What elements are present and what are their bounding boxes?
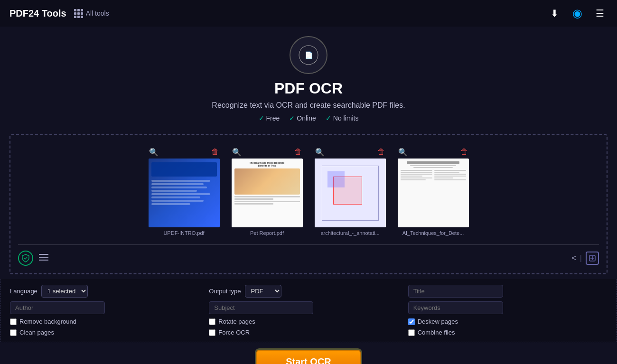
check-icon-online: ✓ [289,114,295,122]
rotate-pages-label: Rotate pages [218,318,255,325]
file-name: AI_Techniques_for_Dete... [402,230,464,236]
file-name: architectural_-_annotati... [320,230,379,236]
prev-button[interactable]: < [572,254,576,262]
output-type-group: Output type PDF PDF/A Word Text [209,285,408,298]
logo-svg: 📄 [297,43,320,67]
start-ocr-button[interactable]: Start OCR [256,350,361,364]
settings-row-4: Clean pages Force OCR Combine files [10,329,607,336]
toolbar-right: < | [572,252,599,265]
hero-badges: ✓ Free ✓ Online ✓ No limits [0,114,617,122]
delete-icon[interactable]: 🗑 [211,148,219,157]
check-icon-free: ✓ [259,114,264,122]
deskew-pages-input[interactable] [408,318,415,325]
hero-logo: 📄 [290,36,327,74]
subject-input[interactable] [209,301,313,314]
drop-zone[interactable]: 🔍 🗑 UPDF-INTRO [9,134,608,274]
output-type-select[interactable]: PDF PDF/A Word Text [245,285,281,298]
list-view-button[interactable] [39,253,48,263]
delete-icon[interactable]: 🗑 [460,148,468,157]
all-tools-label: All tools [86,9,109,17]
badge-free: ✓ Free [259,114,280,122]
settings-panel: Language 1 selected Output type PDF PDF/… [0,279,617,342]
app-header: PDF24 Tools All tools ⬇ ◉ ☰ [0,0,617,27]
separator: | [580,254,582,262]
rotate-pages-group: Rotate pages [209,318,408,325]
menu-icon[interactable]: ☰ [592,6,608,21]
svg-text:📄: 📄 [305,51,313,59]
file-actions: 🔍 🗑 [230,148,304,159]
add-icon [589,255,596,261]
clean-pages-label: Clean pages [19,329,54,336]
shield-icon [22,254,29,262]
remove-background-label: Remove background [19,318,76,325]
clean-pages-input[interactable] [10,329,17,336]
file-thumbnail: The Health and Mood-BoostingBenefits of … [232,159,303,227]
settings-row-1: Language 1 selected Output type PDF PDF/… [10,285,607,298]
dropzone-toolbar: < | [18,244,599,266]
language-group: Language 1 selected [10,285,209,298]
badge-no-limits: ✓ No limits [326,114,359,122]
all-tools-link[interactable]: All tools [74,9,109,18]
shield-button[interactable] [18,251,33,266]
rotate-pages-input[interactable] [209,318,215,325]
combine-files-input[interactable] [408,329,415,336]
file-item: 🔍 🗑 [396,148,470,236]
file-item: 🔍 🗑 UPDF-INTRO [147,148,221,236]
force-ocr-group: Force OCR [209,329,408,336]
main-area: 🔍 🗑 UPDF-INTRO [0,130,617,279]
list-icon [39,253,48,261]
author-input[interactable] [10,301,105,314]
file-actions: 🔍 🗑 [396,148,470,159]
delete-icon[interactable]: 🗑 [377,148,385,157]
add-file-button[interactable] [586,252,599,265]
remove-bg-group: Remove background [10,318,209,325]
face-icon[interactable]: ◉ [570,6,585,21]
force-ocr-input[interactable] [209,329,215,336]
remove-background-checkbox[interactable]: Remove background [10,318,76,325]
language-label: Language [10,288,37,295]
download-icon[interactable]: ⬇ [547,6,562,21]
start-btn-area: Start OCR [0,342,617,364]
force-ocr-checkbox[interactable]: Force OCR [209,329,250,336]
clean-pages-group: Clean pages [10,329,209,336]
app-title: PDF24 Tools [9,8,66,19]
hero-section: 📄 PDF OCR Recognize text via OCR and cre… [0,27,617,130]
grid-icon [74,9,83,18]
hero-subtitle: Recognize text via OCR and create search… [0,101,617,110]
page-title: PDF OCR [0,80,617,97]
combine-files-label: Combine files [418,329,455,336]
author-group [10,301,209,314]
force-ocr-label: Force OCR [218,329,250,336]
settings-row-3: Remove background Rotate pages Deskew pa… [10,318,607,325]
zoom-icon[interactable]: 🔍 [315,148,325,157]
file-item: 🔍 🗑 The Health and Mood-BoostingBenefits… [230,148,304,236]
remove-background-input[interactable] [10,318,17,325]
file-actions: 🔍 🗑 [147,148,221,159]
combine-files-group: Combine files [408,329,607,336]
check-icon-nolimits: ✓ [326,114,331,122]
keywords-group [408,301,607,314]
file-actions: 🔍 🗑 [313,148,387,159]
toolbar-left [18,251,48,266]
rotate-pages-checkbox[interactable]: Rotate pages [209,318,255,325]
file-item: 🔍 🗑 architectural_-_annotati... [313,148,387,236]
file-name: Pet Report.pdf [250,230,284,236]
files-grid: 🔍 🗑 UPDF-INTRO [18,143,599,241]
deskew-pages-label: Deskew pages [418,318,458,325]
file-thumbnail [315,159,386,227]
language-select[interactable]: 1 selected [41,285,88,298]
delete-icon[interactable]: 🗑 [294,148,302,157]
combine-files-checkbox[interactable]: Combine files [408,329,455,336]
zoom-icon[interactable]: 🔍 [149,148,159,157]
keywords-input[interactable] [408,301,503,314]
title-input[interactable] [408,285,503,298]
zoom-icon[interactable]: 🔍 [232,148,242,157]
deskew-pages-checkbox[interactable]: Deskew pages [408,318,458,325]
zoom-icon[interactable]: 🔍 [398,148,408,157]
deskew-pages-group: Deskew pages [408,318,607,325]
subject-group [209,301,408,314]
file-thumbnail [149,159,220,227]
badge-online: ✓ Online [289,114,316,122]
file-thumbnail [398,159,469,227]
clean-pages-checkbox[interactable]: Clean pages [10,329,54,336]
